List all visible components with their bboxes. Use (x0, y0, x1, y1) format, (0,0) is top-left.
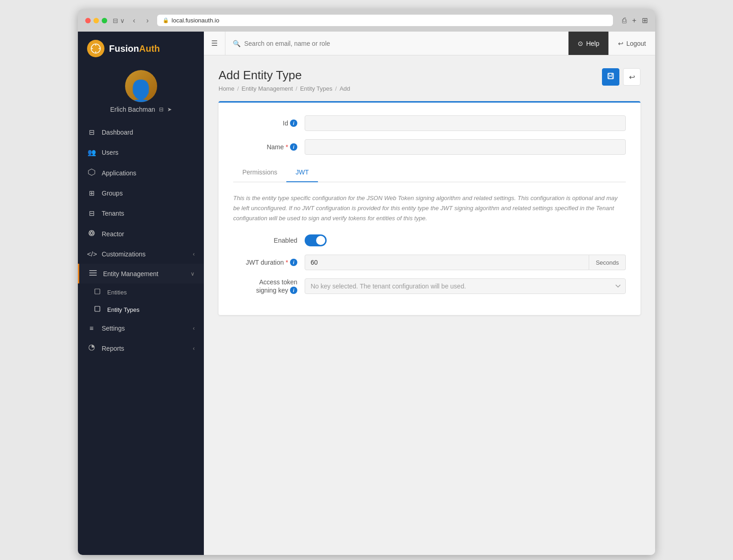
browser-titlebar: ⊟ ∨ ‹ › 🔒 local.fusionauth.io ⎙ + ⊞ (78, 9, 655, 32)
sidebar-item-label: Dashboard (102, 129, 195, 136)
id-field-row: Id i (233, 115, 626, 131)
search-input[interactable] (244, 40, 561, 47)
svg-rect-15 (95, 289, 100, 294)
enabled-field-row: Enabled (233, 234, 626, 246)
enabled-toggle-wrapper (305, 234, 327, 246)
browser-share-btn[interactable]: ⎙ (622, 16, 627, 25)
sidebar-user: Erlich Bachman ⊟ ➤ (78, 65, 204, 122)
duration-field-row: JWT duration * i Seconds (233, 255, 626, 270)
logo-icon (87, 40, 104, 57)
sidebar: FusionAuth Erlich Bachman ⊟ ➤ ⊟ Dashboar… (78, 32, 204, 555)
form-tabs: Permissions JWT (233, 163, 626, 182)
svg-point-1 (94, 47, 98, 50)
sidebar-item-customizations[interactable]: </> Customizations ‹ (78, 244, 204, 264)
app-header: ☰ 🔍 ⊙ Help ↩ Logout (204, 32, 655, 55)
name-input[interactable] (305, 139, 626, 155)
sidebar-sub-label: Entities (107, 289, 127, 296)
svg-rect-16 (95, 306, 100, 311)
app-container: FusionAuth Erlich Bachman ⊟ ➤ ⊟ Dashboar… (78, 32, 655, 555)
signing-key-field-row: Access token signing key i No key select… (233, 278, 626, 294)
enabled-toggle[interactable] (305, 234, 327, 246)
chevron-right-icon: ‹ (193, 251, 195, 257)
back-button[interactable]: ↩ (623, 68, 640, 86)
save-icon (607, 72, 614, 82)
sidebar-item-settings[interactable]: ≡ Settings ‹ (78, 318, 204, 338)
breadcrumb-entity-types[interactable]: Entity Types (300, 85, 333, 92)
logout-icon: ↩ (618, 40, 624, 47)
groups-icon: ⊞ (87, 189, 96, 197)
sidebar-item-dashboard[interactable]: ⊟ Dashboard (78, 122, 204, 142)
entities-icon (94, 288, 102, 296)
duration-input[interactable] (305, 255, 589, 270)
sidebar-toggle-btn[interactable]: ⊟ ∨ (113, 17, 125, 24)
sidebar-item-applications[interactable]: Applications (78, 163, 204, 183)
sidebar-item-label: Customizations (102, 250, 187, 258)
entity-management-icon (88, 270, 98, 277)
user-avatar (125, 70, 157, 102)
menu-toggle-button[interactable]: ☰ (204, 32, 225, 55)
help-circle-icon: ⊙ (578, 40, 583, 47)
sidebar-sub-entities[interactable]: Entities (78, 283, 204, 301)
sidebar-item-tenants[interactable]: ⊟ Tenants (78, 203, 204, 223)
sidebar-item-label: Groups (102, 190, 195, 197)
browser-address-bar[interactable]: 🔒 local.fusionauth.io (157, 15, 613, 26)
sidebar-item-entity-management[interactable]: Entity Management ∨ (78, 264, 204, 283)
sidebar-item-users[interactable]: 👥 Users (78, 142, 204, 163)
required-marker: * (286, 259, 288, 266)
page-header: Add Entity Type Home / Entity Management… (219, 68, 640, 92)
name-label: Name * i (233, 143, 297, 151)
maximize-dot[interactable] (102, 18, 107, 23)
logo-text: FusionAuth (109, 43, 160, 54)
save-button[interactable] (602, 68, 619, 86)
page-title: Add Entity Type (219, 68, 350, 82)
id-input[interactable] (305, 115, 626, 131)
help-button[interactable]: ⊙ Help (568, 32, 608, 55)
search-icon: 🔍 (233, 40, 241, 47)
breadcrumb-sep: / (237, 85, 239, 92)
enabled-label: Enabled (233, 237, 297, 244)
settings-icon: ≡ (87, 324, 96, 332)
logout-button[interactable]: ↩ Logout (608, 32, 655, 55)
browser-new-tab-btn[interactable]: + (632, 16, 636, 25)
name-info-icon[interactable]: i (290, 143, 297, 151)
breadcrumb-sep: / (335, 85, 337, 92)
user-nav-icon: ➤ (167, 106, 172, 113)
sidebar-logo: FusionAuth (78, 32, 204, 65)
signing-key-info-icon[interactable]: i (290, 287, 297, 294)
breadcrumb-home[interactable]: Home (219, 85, 235, 92)
breadcrumb-entity-management[interactable]: Entity Management (241, 85, 293, 92)
sidebar-sub-entity-types[interactable]: Entity Types (78, 301, 204, 318)
duration-suffix: Seconds (589, 255, 626, 270)
sidebar-sub-label: Entity Types (107, 306, 140, 313)
sidebar-item-label: Settings (102, 325, 187, 332)
back-icon: ↩ (629, 73, 635, 82)
lock-icon: 🔒 (163, 17, 169, 23)
sidebar-item-label: Entity Management (103, 270, 185, 277)
chevron-right-icon: ‹ (193, 325, 195, 332)
content-area: Add Entity Type Home / Entity Management… (204, 55, 655, 555)
browser-forward-btn[interactable]: › (143, 16, 151, 26)
dashboard-icon: ⊟ (87, 128, 96, 136)
browser-grid-btn[interactable]: ⊞ (642, 16, 648, 25)
browser-back-btn[interactable]: ‹ (130, 16, 138, 26)
sidebar-item-groups[interactable]: ⊞ Groups (78, 183, 204, 203)
tab-permissions[interactable]: Permissions (233, 163, 286, 182)
sidebar-item-reports[interactable]: Reports ‹ (78, 338, 204, 359)
sidebar-item-label: Reactor (102, 230, 195, 238)
svg-rect-21 (612, 74, 612, 75)
id-info-icon[interactable]: i (290, 120, 297, 127)
entity-types-icon (94, 306, 102, 313)
breadcrumb: Home / Entity Management / Entity Types … (219, 85, 350, 92)
form-card: Id i Name * i (219, 101, 640, 315)
sidebar-item-label: Applications (102, 169, 195, 177)
tab-jwt[interactable]: JWT (286, 163, 318, 182)
required-marker: * (286, 143, 288, 151)
signing-key-select[interactable]: No key selected. The tenant configuratio… (305, 278, 626, 294)
form-body: Id i Name * i (219, 103, 640, 315)
reactor-icon (87, 229, 96, 238)
minimize-dot[interactable] (93, 18, 99, 23)
close-dot[interactable] (85, 18, 91, 23)
sidebar-item-reactor[interactable]: Reactor (78, 223, 204, 244)
duration-info-icon[interactable]: i (290, 259, 297, 266)
reports-icon (87, 344, 96, 353)
